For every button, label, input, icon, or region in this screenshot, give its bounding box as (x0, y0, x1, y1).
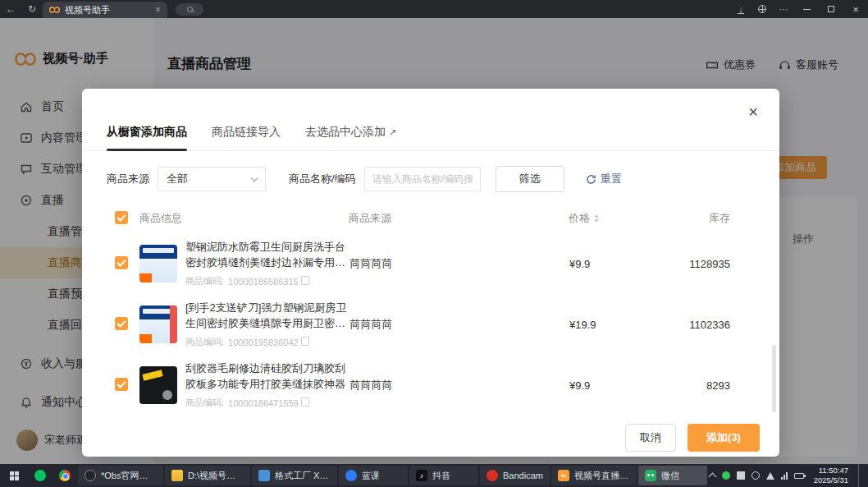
tab-add-from-showcase[interactable]: 从橱窗添加商品 (107, 125, 187, 150)
tray-app-icon[interactable] (722, 471, 730, 480)
pinned-messenger-icon[interactable] (28, 464, 53, 487)
product-title: 塑钢泥防水防霉卫生间厨房洗手台密封胶填缝剂美缝封边补漏专用胶150ml... (185, 240, 349, 271)
system-tray: 11:50:47 2025/5/31 (710, 464, 868, 487)
product-code-row: 商品编码: 10000186471559 (185, 397, 349, 409)
product-price: ¥9.9 (569, 379, 676, 392)
bandicam-icon (487, 470, 498, 481)
volume-icon[interactable] (766, 472, 774, 480)
clock-date: 2025/5/31 (814, 476, 848, 485)
modal-scrollbar[interactable] (772, 345, 776, 412)
taskbar-item-label: 蓝课 (362, 470, 380, 482)
taskbar-item-explorer[interactable]: D:\视频号直播... (165, 466, 250, 485)
product-code: 10000186471559 (228, 398, 299, 408)
taskbar-item-wechat[interactable]: 微信 (638, 466, 707, 485)
taskbar-item-lanke[interactable]: 蓝课 (339, 466, 408, 485)
source-select[interactable]: 全部 (158, 167, 266, 191)
modal-close-icon[interactable]: × (748, 103, 758, 120)
taskbar-item-label: 视频号直播伴侣 (574, 470, 630, 482)
product-code-row: 商品编码: 10000186586315 (185, 275, 349, 287)
taskbar-item-bandicam[interactable]: Bandicam (480, 466, 550, 485)
filter-bar: 商品来源 全部 商品名称/编码 筛选 重置 (107, 166, 755, 192)
tab-title: 视频号助手 (65, 4, 150, 16)
taskbar-item-douyin[interactable]: ♪ 抖音 (409, 466, 478, 485)
product-thumbnail (139, 366, 177, 404)
product-title: 刮胶器毛刷修边清硅胶刮刀璃胶刮胶板多功能专用打胶美缝抹胶神器 (185, 361, 349, 393)
row-checkbox[interactable] (115, 317, 128, 330)
taskbar-item-label: 抖音 (432, 470, 450, 482)
taskbar-item-label: Bandicam (503, 471, 543, 480)
copy-icon[interactable] (303, 399, 309, 407)
source-filter-label: 商品来源 (107, 172, 149, 186)
reset-button[interactable]: 重置 (586, 172, 622, 186)
row-checkbox[interactable] (115, 378, 128, 391)
browser-titlebar: ← ↻ 视频号助手 × ↓ ⋯ × (0, 0, 868, 18)
start-button[interactable] (0, 464, 28, 487)
search-icon (187, 7, 193, 12)
taskbar-item-label: *Obs官网电脑... (101, 470, 157, 482)
price-header-label: 价格 (569, 211, 590, 226)
table-row: 刮胶器毛刷修边清硅胶刮刀璃胶刮胶板多功能专用打胶美缝抹胶神器 商品编码: 100… (82, 355, 779, 416)
tab-selection-center[interactable]: 去选品中心添加↗ (305, 125, 396, 150)
tab-label: 从橱窗添加商品 (107, 125, 187, 140)
product-stock: 8293 (676, 379, 747, 392)
window-minimize-button[interactable] (794, 0, 819, 18)
product-code-row: 商品编码: 10000195836042 (185, 336, 349, 348)
tray-record-icon[interactable] (752, 471, 760, 480)
col-header-source: 商品来源 (349, 211, 569, 226)
new-tab-search-button[interactable] (176, 3, 203, 16)
product-code-label: 商品编码: (185, 397, 224, 409)
tray-ime-icon[interactable] (737, 471, 745, 480)
show-desktop-button[interactable] (858, 464, 861, 487)
col-header-price[interactable]: 价格 (569, 211, 675, 226)
browser-menu-icon[interactable]: ⋯ (773, 4, 794, 15)
channels-favicon-icon (49, 6, 60, 14)
windows-logo-icon (10, 471, 19, 480)
sort-icon[interactable] (594, 214, 599, 223)
tab-label: 商品链接导入 (212, 125, 281, 140)
taskbar-item-obs[interactable]: *Obs官网电脑... (78, 466, 163, 485)
taskbar-item-label: 微信 (661, 470, 679, 482)
download-icon[interactable]: ↓ (730, 4, 752, 14)
col-header-stock: 库存 (675, 211, 747, 226)
tray-expand-icon[interactable] (708, 473, 716, 481)
folder-icon (171, 470, 183, 481)
confirm-add-button[interactable]: 添加(3) (688, 424, 760, 452)
taskbar-item-formatfactory[interactable]: 格式工厂 X64 ... (252, 466, 337, 485)
col-header-info: 商品信息 (139, 211, 349, 226)
browser-back-icon[interactable]: ← (0, 3, 21, 15)
titlebar-controls: ↓ ⋯ × (730, 0, 868, 18)
channels-live-icon: ∞ (558, 470, 569, 481)
external-link-icon: ↗ (389, 127, 396, 138)
select-all-checkbox[interactable] (115, 211, 128, 224)
window-close-button[interactable]: × (843, 0, 868, 18)
windows-taskbar: *Obs官网电脑... D:\视频号直播... 格式工厂 X64 ... 蓝课 … (0, 464, 868, 487)
browser-tab[interactable]: 视频号助手 × (43, 2, 167, 18)
product-source: 苘苘苘苘 (349, 378, 569, 393)
refresh-icon (586, 174, 596, 185)
product-code-label: 商品编码: (185, 275, 224, 287)
tab-import-by-link[interactable]: 商品链接导入 (212, 125, 281, 150)
window-maximize-button[interactable] (819, 0, 843, 18)
tab-label: 去选品中心添加 (305, 125, 386, 140)
product-code: 10000186586315 (228, 277, 299, 287)
row-checkbox[interactable] (115, 256, 128, 269)
copy-icon[interactable] (303, 338, 309, 346)
product-price: ¥19.9 (569, 319, 676, 331)
obs-icon (85, 470, 96, 481)
chevron-down-icon (251, 174, 258, 181)
network-icon[interactable] (781, 471, 788, 480)
battery-icon[interactable] (794, 473, 804, 479)
filter-button[interactable]: 筛选 (496, 166, 564, 192)
taskbar-clock[interactable]: 11:50:47 2025/5/31 (811, 466, 848, 485)
tab-close-icon[interactable]: × (155, 4, 161, 16)
browser-refresh-icon[interactable]: ↻ (21, 3, 43, 15)
format-factory-icon (258, 470, 270, 481)
globe-icon[interactable] (752, 5, 773, 13)
cancel-button[interactable]: 取消 (625, 424, 676, 452)
pinned-chrome-icon[interactable] (53, 464, 77, 487)
source-select-value: 全部 (167, 172, 188, 186)
product-search-input[interactable] (364, 167, 481, 191)
taskbar-item-label: D:\视频号直播... (188, 470, 244, 482)
taskbar-item-live-companion[interactable]: ∞ 视频号直播伴侣 (551, 466, 637, 485)
copy-icon[interactable] (303, 278, 309, 285)
